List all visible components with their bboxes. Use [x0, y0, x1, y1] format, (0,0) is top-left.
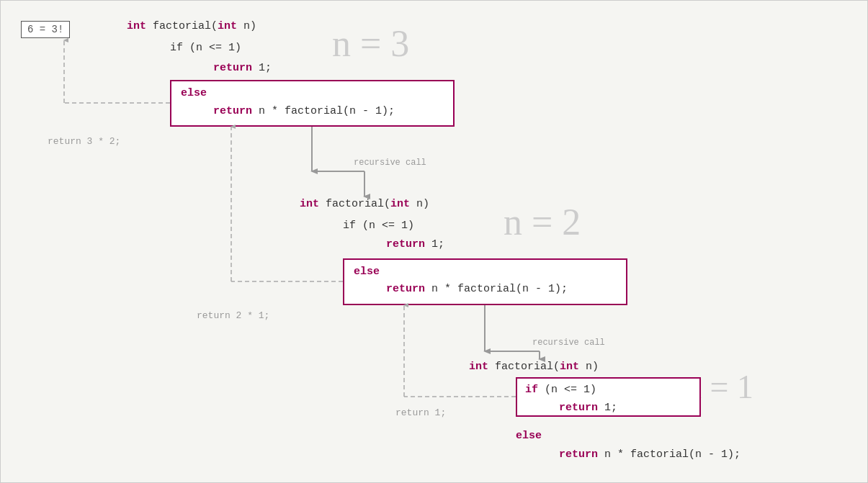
- level3-if: if (n <= 1): [525, 382, 596, 397]
- level2-else: else: [354, 264, 380, 279]
- result-box: 6 = 3!: [21, 21, 70, 38]
- level1-line1: int factorial(int n): [127, 19, 256, 34]
- n-label-3: n = 3: [332, 22, 409, 65]
- level1-return: return n * factorial(n - 1);: [213, 104, 395, 119]
- level2-line1: int factorial(int n): [300, 197, 429, 212]
- level2-line3: return 1;: [386, 237, 444, 252]
- level2-return: return n * factorial(n - 1);: [386, 281, 568, 297]
- level1-else: else: [181, 86, 207, 101]
- return-label-3: return 1;: [395, 407, 446, 418]
- return-label-1: return 3 * 2;: [48, 136, 120, 147]
- n-label-2: n = 2: [504, 201, 581, 243]
- level1-line2: if (n <= 1): [170, 40, 241, 55]
- diagram-container: 6 = 3! n = 3 n = 2 n = 1 int factorial(i…: [0, 0, 868, 483]
- recursive-call-label-1: recursive call: [354, 158, 426, 168]
- level1-line3: return 1;: [213, 60, 272, 76]
- level3-return2: return n * factorial(n - 1);: [559, 447, 741, 462]
- level3-line1: int factorial(int n): [469, 359, 599, 374]
- return-label-2: return 2 * 1;: [197, 310, 269, 321]
- level2-line2: if (n <= 1): [343, 218, 414, 233]
- level3-else: else: [516, 428, 542, 443]
- recursive-call-label-2: recursive call: [532, 338, 605, 348]
- level3-return1: return 1;: [559, 400, 617, 415]
